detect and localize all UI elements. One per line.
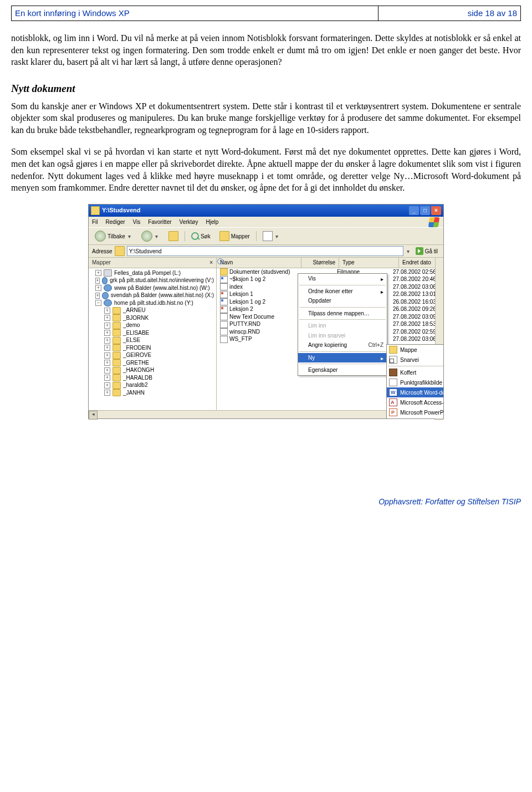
forward-button[interactable]: ▾ [139,229,162,243]
file-name: Leksjon 1 [229,290,253,298]
tree-item[interactable]: +_haraldb2 [90,381,215,389]
submenu-item[interactable]: Microsoft Word-dokument [387,387,443,397]
menu-rediger[interactable]: Rediger [106,218,125,226]
up-button[interactable] [166,230,181,242]
tree-item[interactable]: +_HAKONGH [90,366,215,374]
expand-toggle[interactable]: + [95,270,101,276]
submenu-item[interactable]: Mappe [387,345,443,355]
search-button[interactable]: Søk [188,231,213,241]
folder-icon [112,337,121,344]
expand-toggle[interactable]: + [95,293,100,299]
titlebar[interactable]: Y:\Studsvend _ □ × [89,205,443,217]
context-menu[interactable]: Vis ▸ Ordne ikoner etter ▸ Oppdater Tilp… [298,273,387,376]
tree-item[interactable]: +_ELISABE [90,329,215,337]
col-type[interactable]: Type [339,258,399,268]
tree-item[interactable]: +svendah på Balder (www.aitel.hist.no) (… [90,292,215,299]
tree-item[interactable]: +_BJORNK [90,314,215,322]
tree-item[interactable]: +Felles_data på Pompel (L:) [90,269,215,277]
col-name[interactable]: Navn [217,258,301,268]
expand-toggle[interactable]: + [104,367,110,374]
ctx-tilpass[interactable]: Tilpass denne mappen… [298,309,387,319]
tree-item[interactable]: +_HARALDB [90,374,215,382]
tree-item-label: _BJORNK [123,314,149,322]
expand-toggle[interactable]: + [104,330,110,336]
expand-toggle[interactable]: + [104,390,110,396]
ctx-ny[interactable]: Ny ▸ [298,353,387,363]
menu-hjelp[interactable]: Hjelp [206,218,218,226]
expand-toggle[interactable]: + [104,345,110,351]
chevron-down-icon[interactable]: ▾ [274,233,280,241]
expand-toggle[interactable]: + [104,323,110,329]
expand-toggle[interactable]: + [95,285,101,291]
new-submenu[interactable]: MappeSnarveiKoffertPunktgrafikkbildeMicr… [386,344,443,418]
file-list-pane: Navn Størrelse Type Endret dato Dokument… [217,258,443,418]
chevron-down-icon[interactable]: ▾ [406,248,411,256]
go-button[interactable]: Gå til [413,247,440,255]
close-tree-button[interactable]: × [209,259,213,267]
globe-icon [102,292,108,299]
tree-item[interactable]: +_demo [90,321,215,329]
file-icon [220,291,228,298]
tree-item[interactable]: +_GRETHE [90,359,215,367]
separator [185,231,185,241]
submenu-label: Microsoft Word-dokument [400,389,443,397]
submenu-item[interactable]: Tekstdokument [387,417,443,418]
tree-item[interactable]: +_FRODEIN [90,344,215,352]
ctx-oppdater[interactable]: Oppdater [298,296,387,306]
tree-item[interactable]: +www på Balder (www.aitel.hist.no) (W:) [90,284,215,292]
ctx-egenskaper[interactable]: Egenskaper [298,365,387,375]
submenu-label: Koffert [400,369,416,377]
ctx-angre[interactable]: Angre kopiering Ctrl+Z [298,340,387,350]
h-scrollbar[interactable]: ◂ ▸ [89,410,217,418]
expand-toggle[interactable]: − [95,300,101,306]
submenu-item[interactable]: Punktgrafikkbilde [387,377,443,387]
address-input[interactable] [127,246,403,256]
tree-item[interactable]: +_GEIROVE [90,351,215,359]
submenu-label: Mappe [400,346,417,354]
close-button[interactable]: × [431,206,441,215]
expand-toggle[interactable]: + [95,278,100,284]
back-button[interactable]: Tilbake ▾ [92,229,135,243]
expand-toggle[interactable]: + [104,375,110,381]
expand-toggle[interactable]: + [104,308,110,314]
tree-item[interactable]: +_ELSE [90,336,215,344]
menubar: Fil Rediger Vis Favoritter Verktøy Hjelp [89,217,443,228]
expand-toggle[interactable]: + [104,315,110,321]
tree-item-label: _ELISABE [123,329,149,337]
views-icon [263,231,273,241]
folders-button[interactable]: Mapper [217,230,253,242]
submenu-item[interactable]: Koffert [387,367,443,377]
chevron-down-icon[interactable]: ▾ [154,233,160,241]
chevron-down-icon[interactable]: ▾ [127,233,132,241]
menu-favoritter[interactable]: Favoritter [148,218,171,226]
word-icon [389,389,397,396]
col-size[interactable]: Størrelse [301,258,339,268]
expand-toggle[interactable]: + [104,352,110,359]
submenu-item[interactable]: Snarvei [387,355,443,365]
ctx-vis[interactable]: Vis ▸ [298,274,387,284]
minimize-button[interactable]: _ [409,206,419,215]
menu-vis[interactable]: Vis [133,218,141,226]
tree-item[interactable]: +_ARNEU [90,306,215,314]
paragraph-3: Som eksempel skal vi se på hvordan vi ka… [11,146,521,193]
ctx-ordne[interactable]: Ordne ikoner etter ▸ [298,287,387,297]
scroll-left-button[interactable]: ◂ [89,411,98,418]
expand-toggle[interactable]: + [104,382,110,389]
tree-item-label: home på pilt.stud.idb.hist.no (Y:) [114,299,193,307]
submenu-arrow-icon: ▸ [381,275,383,283]
tree-item[interactable]: +grk på pilt.stud.aitel.hist.no\innlever… [90,277,215,284]
expand-toggle[interactable]: + [104,360,110,366]
file-icon [220,313,228,320]
tree-item[interactable]: −home på pilt.stud.idb.hist.no (Y:) [90,299,215,307]
maximize-button[interactable]: □ [420,206,430,215]
tree-item-label: _HARALDB [123,374,152,382]
submenu-item[interactable]: Microsoft Access-program [387,397,443,407]
tree-item[interactable]: +_JANHN [90,389,215,397]
tree-item-label: Felles_data på Pompel (L:) [114,269,181,277]
views-button[interactable]: ▾ [260,230,283,242]
menu-verktoy[interactable]: Verktøy [180,218,198,226]
submenu-item[interactable]: Microsoft PowerPoint-presentasjon [387,407,443,417]
menu-fil[interactable]: Fil [92,218,98,226]
content-panes: Mapper × +Felles_data på Pompel (L:)+grk… [89,258,443,418]
expand-toggle[interactable]: + [104,338,110,344]
